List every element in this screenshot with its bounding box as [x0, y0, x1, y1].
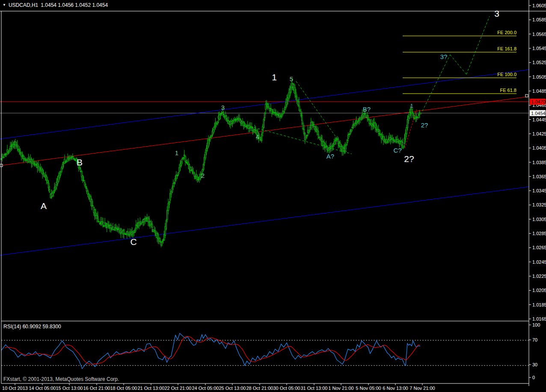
candle-body — [352, 127, 353, 127]
candle-body — [98, 221, 99, 222]
fib-extension-label: FE 200.0 — [497, 30, 516, 35]
wave-label[interactable]: 3? — [440, 53, 448, 60]
symbol-dropdown-icon[interactable]: ▼ — [3, 3, 6, 8]
price-axis-label: 1.0285 — [532, 231, 546, 236]
wave-projection-line[interactable] — [296, 81, 347, 153]
wave-projection-line[interactable] — [421, 55, 450, 115]
candle-body — [418, 115, 419, 115]
price-axis-label: 1.0185 — [532, 302, 546, 307]
candle-body — [55, 187, 56, 189]
price-badge-label: 1.0454 — [531, 111, 546, 116]
candle-body — [376, 126, 377, 130]
candle-body — [334, 142, 335, 144]
candle-body — [303, 129, 304, 133]
candle-body — [7, 150, 8, 152]
wave-label[interactable]: 1 — [410, 103, 413, 109]
candle-body — [110, 225, 111, 228]
candle-body — [24, 159, 25, 159]
wave-label[interactable]: 4 — [256, 133, 259, 140]
candle-body — [139, 221, 140, 222]
wave-projection-line[interactable] — [466, 16, 490, 74]
candle-body — [128, 232, 128, 233]
candle-body — [285, 108, 285, 110]
fib-extension-label: FE 100.0 — [497, 72, 516, 77]
candle-body — [154, 231, 155, 233]
candle-body — [174, 183, 175, 183]
candle-body — [367, 115, 368, 118]
candle-body — [119, 228, 119, 229]
wave-label[interactable]: 5 — [290, 75, 293, 83]
wave-label[interactable]: B? — [363, 106, 371, 113]
candle-body — [387, 141, 388, 142]
candle-body — [261, 134, 262, 141]
candle-body — [211, 136, 212, 137]
price-axis-label: 1.0325 — [532, 202, 546, 207]
candle-body — [268, 106, 269, 108]
candle-body — [34, 164, 35, 164]
candle-body — [62, 164, 63, 168]
candle-body — [8, 152, 9, 153]
candle-body — [379, 133, 380, 134]
candle-body — [150, 221, 151, 225]
candle-body — [184, 155, 185, 156]
candle-body — [264, 113, 265, 118]
wave-label[interactable]: C — [130, 237, 136, 247]
chart-canvas[interactable]: FE 200.0FE 161.8FE 100.0FE 61.81.06051.0… — [0, 0, 546, 392]
time-axis-label: 10 Oct 2013 — [2, 386, 28, 391]
candle-body — [197, 177, 198, 180]
candle-body — [392, 139, 393, 139]
candle-body — [205, 152, 206, 158]
candle-body — [178, 173, 178, 175]
wave-label[interactable]: B — [77, 157, 83, 167]
fib-extension-label: FE 61.8 — [500, 88, 516, 93]
wave-label[interactable]: A — [41, 201, 47, 211]
time-axis-label: 25 Oct 13:00 — [219, 386, 246, 391]
fib-extension-label: FE 161.8 — [497, 46, 516, 51]
candle-body — [209, 139, 210, 140]
candle-body — [83, 180, 84, 181]
candle-body — [173, 183, 174, 186]
wave-projection-line[interactable] — [450, 55, 466, 74]
wave-label[interactable]: 2 — [201, 172, 205, 179]
price-axis-label: 1.0305 — [532, 217, 546, 222]
price-axis-label: 1.0485 — [532, 88, 546, 94]
candle-body — [139, 223, 139, 225]
candle-body — [306, 137, 306, 138]
wave-label[interactable]: 2? — [404, 154, 414, 164]
candle-body — [79, 167, 80, 169]
channel-upper-line[interactable] — [0, 70, 529, 139]
candle-body — [214, 126, 215, 128]
trendline-handle[interactable] — [525, 94, 528, 97]
time-axis-label: 16 Oct 21:00 — [83, 386, 110, 391]
rsi-axis-label: 0 — [532, 375, 535, 380]
candle-body — [263, 119, 264, 127]
candle-body — [177, 175, 178, 176]
time-axis-label: 31 Oct 13:00 — [301, 386, 328, 391]
wave-label[interactable]: 2? — [421, 121, 428, 129]
wave-label[interactable]: C? — [393, 147, 401, 154]
wave-label[interactable]: 1 — [175, 149, 178, 156]
candle-body — [363, 116, 364, 117]
candle-body — [116, 229, 117, 229]
candle-body — [300, 110, 300, 112]
time-axis-label: 5 Nov 05:00 — [356, 386, 381, 391]
wave-label[interactable]: 1 — [272, 72, 277, 82]
wave-label[interactable]: A? — [326, 153, 334, 160]
candle-body — [332, 146, 332, 147]
candle-body — [368, 119, 369, 120]
candle-body — [226, 118, 227, 119]
candle-body — [99, 224, 100, 224]
candle-body — [185, 156, 186, 162]
candle-body — [271, 109, 272, 113]
channel-lower-line[interactable] — [0, 187, 529, 255]
candle-body — [357, 122, 358, 123]
candle-body — [97, 216, 98, 218]
wave-label[interactable]: 3 — [221, 104, 225, 111]
candle-body — [72, 156, 73, 157]
candle-body — [160, 242, 161, 245]
candle-body — [40, 168, 41, 169]
candle-body — [10, 146, 11, 149]
candle-body — [217, 122, 218, 124]
wave-label[interactable]: 3 — [494, 9, 499, 18]
time-axis-label: 28 Oct 21:00 — [246, 386, 273, 391]
